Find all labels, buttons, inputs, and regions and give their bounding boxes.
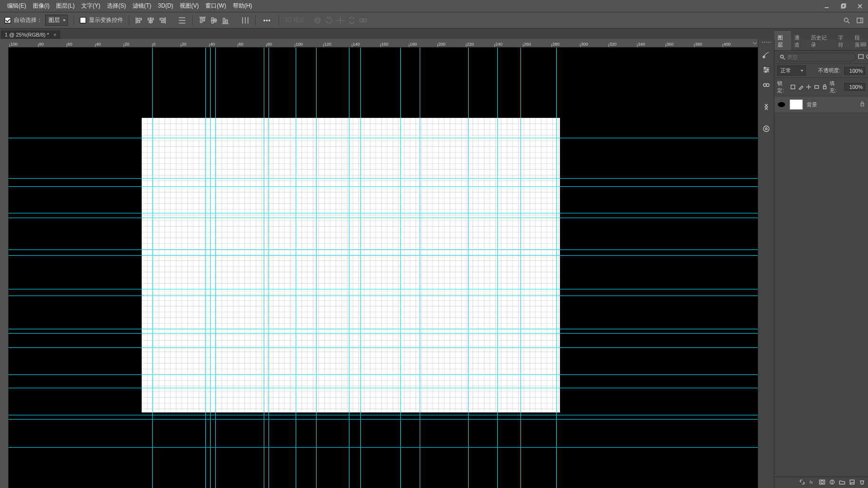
lock-pixels-icon[interactable] [790,84,796,90]
guide-vertical[interactable] [215,48,216,488]
window-minimize-button[interactable] [818,0,835,12]
guide-vertical[interactable] [468,48,469,488]
guide-horizontal[interactable] [9,249,758,250]
distribute-h-icon[interactable] [178,16,186,25]
pan-3d-icon[interactable] [336,16,345,25]
new-adjustment-icon[interactable] [829,479,835,486]
auto-select-target-dropdown[interactable]: 图层 [45,15,68,26]
menu-3d[interactable]: 3D(D) [154,0,176,12]
panel-menu-icon[interactable] [860,42,866,48]
window-close-button[interactable] [851,0,868,12]
menu-select[interactable]: 选择(S) [104,0,129,12]
tab-character[interactable]: 字符 [835,32,851,50]
guide-horizontal[interactable] [9,255,758,256]
lock-artboard-icon[interactable] [814,84,820,90]
guide-horizontal[interactable] [9,178,758,179]
opacity-value-input[interactable]: 100% [844,67,865,75]
guide-vertical[interactable] [205,48,206,488]
guide-vertical[interactable] [296,48,296,488]
blend-mode-dropdown[interactable]: 正常 [777,66,806,76]
ruler-vertical[interactable] [0,39,9,488]
guide-vertical[interactable] [316,48,317,488]
properties-panel-icon[interactable] [759,100,773,114]
align-bottom-icon[interactable] [221,16,230,25]
document-tab[interactable]: 1 @ 25%(RGB/8) * × [1,30,60,39]
guide-vertical[interactable] [152,48,153,488]
menu-view[interactable]: 视图(V) [176,0,202,12]
search-icon[interactable] [842,16,851,25]
align-top-icon[interactable] [198,16,207,25]
menu-help[interactable]: 帮助(H) [230,0,256,12]
layer-filter-input[interactable] [777,53,856,61]
filter-adjust-icon[interactable] [866,54,868,60]
brush-panel-icon[interactable] [759,48,773,62]
lock-position-icon[interactable] [806,84,812,90]
canvas-area[interactable]: 1008060402002040608010012014016018020022… [0,39,758,488]
delete-layer-icon[interactable] [859,479,865,486]
guide-horizontal[interactable] [9,138,758,138]
guide-vertical[interactable] [556,48,557,488]
visibility-eye-icon[interactable] [777,100,786,109]
guide-horizontal[interactable] [9,388,758,388]
distribute-v-icon[interactable] [241,16,250,25]
layer-row-background[interactable]: 背景 [774,96,868,113]
menu-type[interactable]: 文字(Y) [78,0,104,12]
guide-vertical[interactable] [210,48,211,488]
layer-thumbnail[interactable] [790,99,803,110]
guide-horizontal[interactable] [9,213,758,213]
align-hcenter-icon[interactable] [146,16,155,25]
ruler-horizontal[interactable]: 1008060402002040608010012014016018020022… [0,39,758,48]
guide-vertical[interactable] [264,48,264,488]
align-left-icon[interactable] [135,16,144,25]
layer-name-label[interactable]: 背景 [807,101,817,108]
guide-vertical[interactable] [400,48,401,488]
orbit-3d-icon[interactable] [313,16,322,25]
align-right-icon[interactable] [158,16,166,25]
menu-window[interactable]: 窗口(W) [202,0,229,12]
guide-vertical[interactable] [349,48,349,488]
guide-vertical[interactable] [497,48,498,488]
window-restore-button[interactable] [835,0,851,12]
filter-image-icon[interactable] [858,54,864,60]
roll-3d-icon[interactable] [325,16,333,25]
tab-channels[interactable]: 通道 [791,32,808,50]
scale-3d-icon[interactable] [359,16,367,25]
layer-lock-icon[interactable] [859,101,865,108]
guide-horizontal[interactable] [9,333,758,334]
show-transform-checkbox[interactable] [80,17,86,23]
menu-layer[interactable]: 图层(L) [53,0,78,12]
menu-edit[interactable]: 编辑(E) [4,0,29,12]
panel-collapse-toggle-icon[interactable] [752,39,758,44]
tab-paragraph[interactable]: 段落 [851,32,868,50]
tab-layers[interactable]: 图层 [774,31,791,50]
tab-history[interactable]: 历史记录 [808,32,834,50]
guide-horizontal[interactable] [9,419,758,420]
swatches-panel-icon[interactable] [759,78,773,92]
guide-horizontal[interactable] [9,447,758,448]
menu-filter[interactable]: 滤镜(T) [129,0,154,12]
guide-horizontal[interactable] [9,415,758,415]
guide-horizontal[interactable] [9,329,758,329]
auto-select-checkbox[interactable] [5,17,11,23]
new-layer-icon[interactable] [849,479,855,486]
slide-3d-icon[interactable] [347,16,356,25]
more-options-icon[interactable]: ••• [261,17,273,24]
guide-horizontal[interactable] [9,374,758,375]
canvas-stage[interactable] [9,48,758,488]
lock-paint-icon[interactable] [798,84,804,90]
menu-image[interactable]: 图像(I) [29,0,53,12]
guide-vertical[interactable] [269,48,269,488]
dock-grip-icon[interactable] [760,42,773,45]
guide-vertical[interactable] [360,48,361,488]
align-vcenter-icon[interactable] [210,16,218,25]
guide-horizontal[interactable] [9,296,758,296]
link-layers-icon[interactable] [799,479,805,486]
lock-all-icon[interactable] [822,84,828,90]
guide-horizontal[interactable] [9,186,758,187]
guide-horizontal[interactable] [9,289,758,289]
layer-fx-icon[interactable]: fx [809,479,815,486]
workspace-switcher-icon[interactable] [856,16,864,25]
fill-value-input[interactable]: 100% [844,83,865,91]
libraries-panel-icon[interactable] [759,122,773,136]
ruler-origin[interactable] [0,39,9,48]
